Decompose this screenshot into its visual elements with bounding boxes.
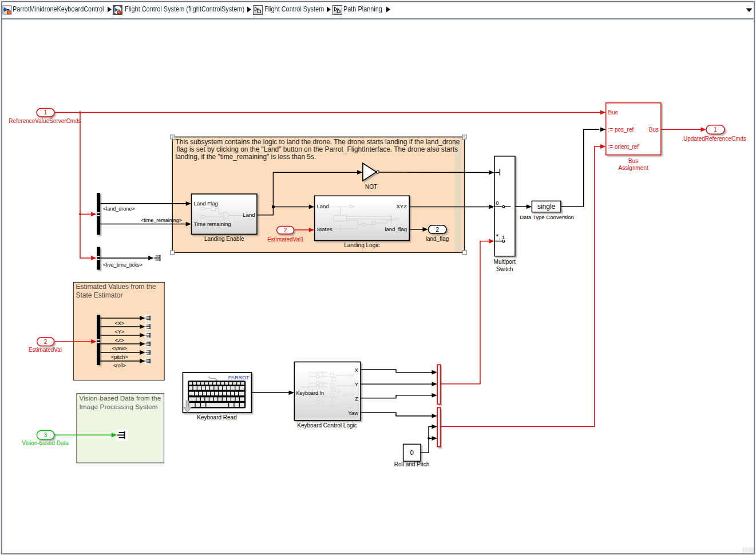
svg-text:<land_drone>: <land_drone> [103, 206, 135, 212]
svg-text:Z: Z [355, 395, 358, 402]
svg-text:land_flag: land_flag [426, 236, 449, 242]
svg-text:flag is set by clicking on the: flag is set by clicking on the "Land" bu… [177, 145, 458, 153]
svg-text:land_flag: land_flag [385, 226, 407, 232]
svg-text:Yaw: Yaw [348, 410, 358, 416]
svg-text:Landing Enable: Landing Enable [204, 236, 244, 242]
svg-text:NOT: NOT [365, 184, 377, 190]
svg-text:2: 2 [44, 339, 48, 345]
svg-text:landing, if the "time_remainin: landing, if the "time_remaining" is less… [176, 153, 316, 161]
svg-text:Keyboard Control Logic: Keyboard Control Logic [297, 422, 357, 429]
svg-text:Vision-based Data from the: Vision-based Data from the [80, 394, 161, 402]
svg-text::= pos_ref: := pos_ref [608, 126, 634, 133]
svg-text:ReferenceValueServerCmds: ReferenceValueServerCmds [9, 118, 81, 124]
svg-text:2: 2 [436, 227, 440, 233]
svg-text:EstimatedVal: EstimatedVal [29, 347, 62, 353]
svg-text:<X>: <X> [115, 320, 125, 326]
svg-text:Land: Land [317, 203, 329, 209]
svg-text:Y: Y [355, 381, 359, 387]
svg-text:3: 3 [44, 432, 48, 438]
svg-text:States: States [317, 226, 333, 232]
svg-text:Switch: Switch [496, 266, 513, 272]
svg-text:<live_time_ticks>: <live_time_ticks> [103, 262, 143, 268]
svg-text:1: 1 [44, 109, 48, 116]
svg-text:X: X [355, 367, 359, 373]
svg-text:<Y>: <Y> [115, 329, 125, 335]
svg-text:This subsystem contains the lo: This subsystem contains the logic to lan… [176, 138, 460, 146]
svg-text:Roll and Pitch: Roll and Pitch [394, 461, 430, 467]
svg-text:Vision-based Data: Vision-based Data [22, 440, 69, 446]
svg-text:Land Flag: Land Flag [194, 200, 218, 207]
svg-text:State Estimator: State Estimator [76, 291, 123, 299]
svg-text:Land: Land [243, 212, 255, 218]
svg-text:Landing Logic: Landing Logic [344, 242, 379, 248]
svg-text:<yaw>: <yaw> [112, 346, 128, 351]
svg-text:<roll>: <roll> [113, 363, 126, 368]
svg-text:UpdatedReferenceCmds: UpdatedReferenceCmds [683, 136, 746, 142]
svg-text:single: single [537, 203, 556, 211]
svg-text:<time_remaining>: <time_remaining> [141, 217, 182, 223]
svg-text:Image Processing System: Image Processing System [80, 403, 158, 411]
svg-text:0: 0 [410, 449, 414, 456]
svg-text:Bus: Bus [649, 126, 659, 133]
svg-text:Time remaining: Time remaining [194, 221, 231, 227]
svg-text:Data Type Conversion: Data Type Conversion [520, 214, 574, 220]
svg-text::= orient_ref: := orient_ref [608, 144, 639, 150]
svg-text:<Z>: <Z> [115, 338, 124, 343]
svg-text:Assignment: Assignment [618, 165, 648, 171]
svg-text:Keyboard In: Keyboard In [296, 390, 324, 396]
svg-text:Multiport: Multiport [494, 259, 516, 265]
svg-text:1: 1 [714, 126, 717, 133]
svg-text:EstimatedVal1: EstimatedVal1 [267, 236, 304, 243]
svg-text:Keyboard Read: Keyboard Read [197, 414, 237, 421]
svg-text:PARROT: PARROT [228, 375, 250, 380]
svg-text:Estimated Values from the: Estimated Values from the [76, 283, 156, 291]
svg-text:Bus: Bus [608, 109, 618, 116]
svg-text:0: 0 [496, 200, 498, 206]
svg-text:XYZ: XYZ [397, 203, 407, 209]
svg-text:Bus: Bus [628, 158, 638, 164]
svg-text:2: 2 [284, 227, 287, 233]
svg-text:<pitch>: <pitch> [111, 354, 128, 360]
